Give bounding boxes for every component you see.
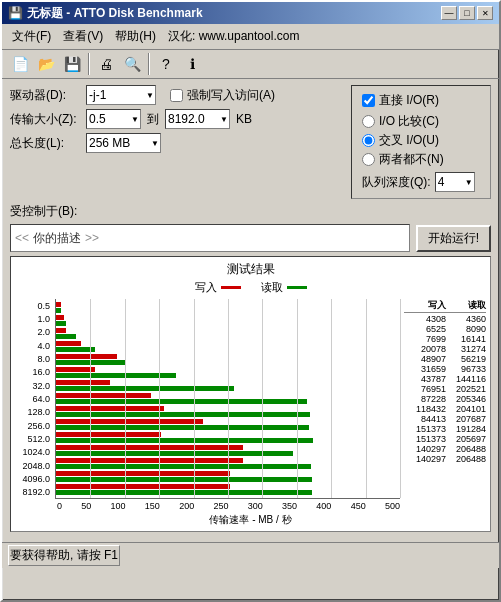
io-exchange-row[interactable]: 交叉 I/O(U) <box>362 132 480 149</box>
start-button[interactable]: 开始运行! <box>416 225 491 252</box>
read-bar-3 <box>56 347 95 352</box>
description-start-row: << 你的描述 >> 开始运行! <box>10 224 491 252</box>
menu-help[interactable]: 帮助(H) <box>109 26 162 47</box>
force-write-checkbox-row[interactable]: 强制写入访问(A) <box>170 87 275 104</box>
save-button[interactable]: 💾 <box>60 53 84 75</box>
queue-depth-wrapper: 4 <box>435 172 475 192</box>
write-cell-10: 84413 <box>408 414 446 424</box>
queue-depth-select[interactable]: 4 <box>435 172 475 192</box>
read-bar-7 <box>56 399 307 404</box>
print-preview-button[interactable]: 🔍 <box>120 53 144 75</box>
write-bar-0 <box>56 302 61 307</box>
transfer-size-row: 传输大小(Z): 0.5 到 8192.0 KB <box>10 109 343 129</box>
force-write-label: 强制写入访问(A) <box>187 87 275 104</box>
direct-io-row[interactable]: 直接 I/O(R) <box>362 92 480 109</box>
read-legend-label: 读取 <box>261 280 283 295</box>
write-legend-label: 写入 <box>195 280 217 295</box>
neither-label: 两者都不(N) <box>379 151 444 168</box>
data-row-13: 140297206488 <box>404 444 486 454</box>
write-bar-5 <box>56 367 95 372</box>
write-cell-1: 6525 <box>408 324 446 334</box>
bar-row-14 <box>56 483 400 496</box>
force-write-checkbox[interactable] <box>170 89 183 102</box>
transfer-unit: KB <box>236 112 252 126</box>
write-bar-10 <box>56 432 161 437</box>
main-content: 驱动器(D): -j-1 强制写入访问(A) 传输大小(Z): <box>2 79 499 538</box>
drive-select-wrapper: -j-1 <box>86 85 156 105</box>
app-icon: 💾 <box>8 6 23 20</box>
drive-select[interactable]: -j-1 <box>86 85 156 105</box>
total-length-select[interactable]: 256 MB <box>86 133 161 153</box>
window-title: 无标题 - ATTO Disk Benchmark <box>27 5 203 22</box>
open-button[interactable]: 📂 <box>34 53 58 75</box>
write-col-header: 写入 <box>408 299 446 312</box>
neither-radio[interactable] <box>362 153 375 166</box>
about-button[interactable]: ℹ <box>180 53 204 75</box>
new-button[interactable]: 📄 <box>8 53 32 75</box>
read-cell-4: 56219 <box>448 354 486 364</box>
close-button[interactable]: ✕ <box>477 6 493 20</box>
data-row-9: 118432204101 <box>404 404 486 414</box>
y-label-0: 0.5 <box>15 301 50 311</box>
queue-depth-label: 队列深度(Q): <box>362 174 431 191</box>
y-label-6: 32.0 <box>15 381 50 391</box>
direct-io-checkbox[interactable] <box>362 94 375 107</box>
menu-view[interactable]: 查看(V) <box>57 26 109 47</box>
data-row-5: 3165996733 <box>404 364 486 374</box>
write-bar-4 <box>56 354 117 359</box>
minimize-button[interactable]: — <box>441 6 457 20</box>
description-box: << 你的描述 >> <box>10 224 410 252</box>
print-button[interactable]: 🖨 <box>94 53 118 75</box>
read-cell-2: 16141 <box>448 334 486 344</box>
write-bar-8 <box>56 406 164 411</box>
data-row-3: 2007831274 <box>404 344 486 354</box>
main-window: 💾 无标题 - ATTO Disk Benchmark — □ ✕ 文件(F) … <box>0 0 501 602</box>
bar-row-5 <box>56 366 400 379</box>
write-bar-1 <box>56 315 64 320</box>
maximize-button[interactable]: □ <box>459 6 475 20</box>
bar-row-4 <box>56 353 400 366</box>
y-label-14: 8192.0 <box>15 487 50 497</box>
right-panel: 直接 I/O(R) I/O 比较(C) 交叉 I/O(U) 两者都不(N) 队列… <box>351 85 491 199</box>
transfer-to-label: 到 <box>147 111 159 128</box>
help-button[interactable]: ? <box>154 53 178 75</box>
control-label: 受控制于(B): <box>10 203 77 220</box>
bar-row-0 <box>56 301 400 314</box>
read-cell-1: 8090 <box>448 324 486 334</box>
menu-file[interactable]: 文件(F) <box>6 26 57 47</box>
data-rows: 4308436065258090769916141200783127448907… <box>404 314 486 464</box>
write-cell-13: 140297 <box>408 444 446 454</box>
chart-left: 0.5 1.0 2.0 4.0 8.0 16.0 32.0 64.0 128.0… <box>15 299 400 499</box>
chart-container: 测试结果 写入 读取 0.5 1.0 2.0 <box>10 256 491 532</box>
y-label-2: 2.0 <box>15 327 50 337</box>
y-label-13: 4096.0 <box>15 474 50 484</box>
read-cell-6: 144116 <box>448 374 486 384</box>
x-axis-labels: 0 50 100 150 200 250 300 350 400 450 500 <box>57 499 400 511</box>
transfer-to-select[interactable]: 8192.0 <box>165 109 230 129</box>
write-cell-6: 43787 <box>408 374 446 384</box>
transfer-from-select[interactable]: 0.5 <box>86 109 141 129</box>
write-cell-4: 48907 <box>408 354 446 364</box>
title-bar-left: 💾 无标题 - ATTO Disk Benchmark <box>8 5 203 22</box>
read-bar-10 <box>56 438 313 443</box>
io-exchange-radio[interactable] <box>362 134 375 147</box>
neither-row[interactable]: 两者都不(N) <box>362 151 480 168</box>
read-cell-14: 206488 <box>448 454 486 464</box>
data-row-1: 65258090 <box>404 324 486 334</box>
io-compare-row[interactable]: I/O 比较(C) <box>362 113 480 130</box>
left-form: 驱动器(D): -j-1 强制写入访问(A) 传输大小(Z): <box>10 85 343 199</box>
write-bar-2 <box>56 328 66 333</box>
read-bar-5 <box>56 373 176 378</box>
status-bar: 要获得帮助, 请按 F1 <box>2 542 499 568</box>
title-bar-buttons: — □ ✕ <box>441 6 493 20</box>
write-cell-9: 118432 <box>408 404 446 414</box>
data-row-8: 87228205346 <box>404 394 486 404</box>
write-cell-8: 87228 <box>408 394 446 404</box>
io-compare-radio[interactable] <box>362 115 375 128</box>
drive-label: 驱动器(D): <box>10 87 80 104</box>
y-label-5: 16.0 <box>15 367 50 377</box>
write-cell-0: 4308 <box>408 314 446 324</box>
read-legend-color <box>287 286 307 289</box>
bar-row-11 <box>56 444 400 457</box>
read-cell-9: 204101 <box>448 404 486 414</box>
